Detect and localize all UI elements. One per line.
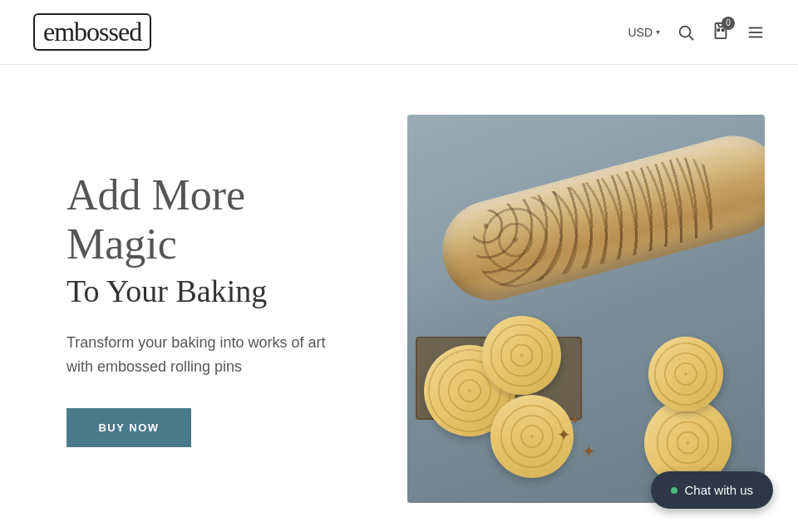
spice-star-2: ✦ [582, 441, 596, 461]
chat-label: Chat with us [684, 483, 753, 497]
cookie-5 [648, 337, 723, 411]
hamburger-icon [746, 23, 765, 42]
currency-label: USD [628, 26, 653, 39]
chat-status-dot [671, 487, 677, 494]
cart-count: 0 [722, 17, 735, 30]
search-button[interactable] [677, 23, 695, 42]
hero-text-section: Add More Magic To Your Baking Transform … [66, 115, 357, 503]
currency-selector[interactable]: USD ▾ [628, 26, 660, 39]
hero-headline-line2: To Your Baking [66, 273, 341, 311]
header-actions: USD ▾ 0 [628, 22, 765, 43]
menu-button[interactable] [746, 23, 765, 42]
chat-button[interactable]: Chat with us [651, 471, 773, 509]
main-content: Add More Magic To Your Baking Transform … [0, 65, 798, 532]
rolling-pin [431, 125, 765, 312]
svg-rect-3 [717, 29, 719, 31]
hero-image: ✦ ✦ ✦ [407, 115, 765, 503]
svg-rect-4 [722, 29, 724, 31]
site-header: embossed USD ▾ 0 [0, 0, 798, 65]
cookie-2 [482, 316, 561, 395]
site-logo[interactable]: embossed [33, 13, 151, 51]
search-icon [677, 23, 695, 42]
cart-button[interactable]: 0 [712, 22, 730, 43]
image-content: ✦ ✦ ✦ [407, 115, 765, 503]
hero-headline-line1: Add More Magic [66, 170, 341, 270]
buy-now-button[interactable]: BUY NOW [66, 408, 191, 447]
svg-line-1 [689, 36, 693, 40]
chevron-down-icon: ▾ [656, 27, 660, 37]
hero-image-section: ✦ ✦ ✦ [407, 115, 765, 503]
svg-point-0 [680, 26, 691, 37]
spice-star-3: ✦ [569, 412, 580, 428]
hero-description: Transform your baking into works of art … [66, 331, 332, 379]
